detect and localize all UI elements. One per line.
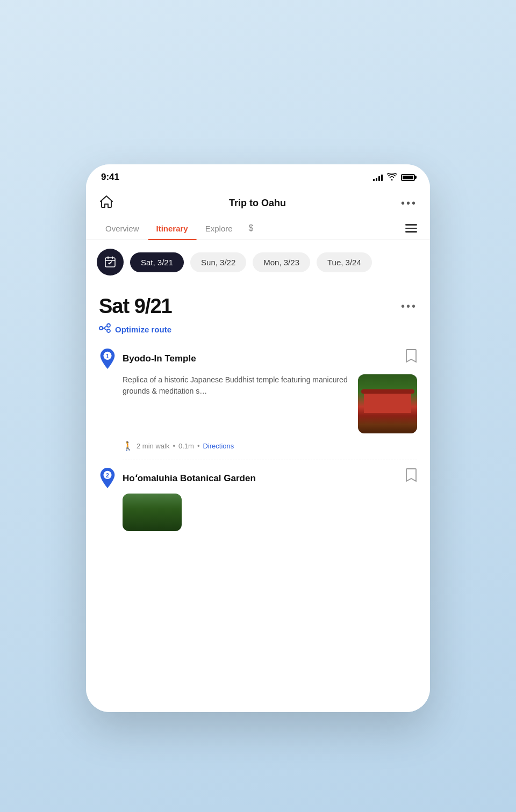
place-image-preview-2	[123, 494, 417, 531]
status-bar: 9:41	[86, 164, 430, 188]
date-chip-tue-324[interactable]: Tue, 3/24	[317, 252, 372, 272]
dot-separator: •	[173, 442, 175, 450]
svg-point-5	[107, 324, 110, 327]
app-header: Trip to Oahu •••	[86, 188, 430, 217]
status-time: 9:41	[101, 172, 119, 183]
place-image-1	[358, 374, 417, 433]
place-name-2: Hoʻomaluhia Botanical Garden	[123, 473, 256, 484]
place-card-byodo-in: 1 Byodo-In Temple Replica of a historic …	[99, 349, 417, 460]
place-description-1: Replica of a historic Japanese Buddhist …	[123, 374, 352, 397]
tab-menu-button[interactable]	[403, 219, 419, 238]
place-header-1: 1 Byodo-In Temple	[99, 349, 417, 369]
home-icon[interactable]	[99, 194, 114, 212]
tab-overview[interactable]: Overview	[97, 218, 148, 240]
battery-icon	[401, 174, 415, 181]
route-icon	[99, 323, 111, 336]
content-area: Sat 9/21 ••• Optimize route	[86, 284, 430, 712]
calendar-button[interactable]	[97, 249, 124, 276]
place-card-hoomaluhia: 2 Hoʻomaluhia Botanical Garden	[99, 468, 417, 531]
place-title-row-1: 1 Byodo-In Temple	[99, 349, 196, 369]
tab-explore[interactable]: Explore	[197, 218, 241, 240]
signal-icon	[373, 173, 383, 181]
date-chip-mon-323[interactable]: Mon, 3/23	[253, 252, 310, 272]
optimize-route-button[interactable]: Optimize route	[99, 323, 417, 336]
optimize-route-label: Optimize route	[115, 325, 171, 334]
directions-link-1[interactable]: Directions	[203, 442, 234, 450]
measure-text: 0.1m	[178, 442, 194, 450]
place-pin-1: 1	[99, 349, 116, 369]
wifi-icon	[387, 173, 397, 182]
day-more-button[interactable]: •••	[401, 300, 417, 313]
date-selector: Sat, 3/21 Sun, 3/22 Mon, 3/23 Tue, 3/24	[86, 240, 430, 284]
tab-budget[interactable]: $	[241, 217, 261, 240]
status-icons	[373, 173, 415, 182]
place-distance-1: 🚶 2 min walk • 0.1m • Directions	[123, 441, 417, 460]
place-name-1: Byodo-In Temple	[123, 353, 196, 364]
bookmark-button-2[interactable]	[405, 468, 417, 486]
date-chip-sun-322[interactable]: Sun, 3/22	[190, 252, 246, 272]
place-header-2: 2 Hoʻomaluhia Botanical Garden	[99, 468, 417, 488]
phone-frame: 9:41	[86, 164, 430, 712]
dot-separator-2: •	[197, 442, 200, 450]
svg-text:2: 2	[106, 473, 109, 479]
app-title: Trip to Oahu	[229, 198, 286, 209]
place-body-1: Replica of a historic Japanese Buddhist …	[123, 374, 417, 433]
bookmark-button-1[interactable]	[405, 349, 417, 367]
svg-point-6	[107, 329, 110, 332]
walk-icon: 🚶	[123, 441, 133, 451]
day-header: Sat 9/21 •••	[99, 295, 417, 318]
header-more-button[interactable]: •••	[401, 197, 417, 209]
place-pin-2: 2	[99, 468, 116, 488]
tab-bar: Overview Itinerary Explore $	[86, 217, 430, 240]
place-title-row-2: 2 Hoʻomaluhia Botanical Garden	[99, 468, 256, 488]
date-chip-sat-321[interactable]: Sat, 3/21	[130, 252, 184, 272]
distance-text: 2 min walk	[137, 442, 169, 450]
tab-itinerary[interactable]: Itinerary	[148, 218, 197, 240]
day-title: Sat 9/21	[99, 295, 172, 318]
svg-text:1: 1	[106, 353, 109, 359]
